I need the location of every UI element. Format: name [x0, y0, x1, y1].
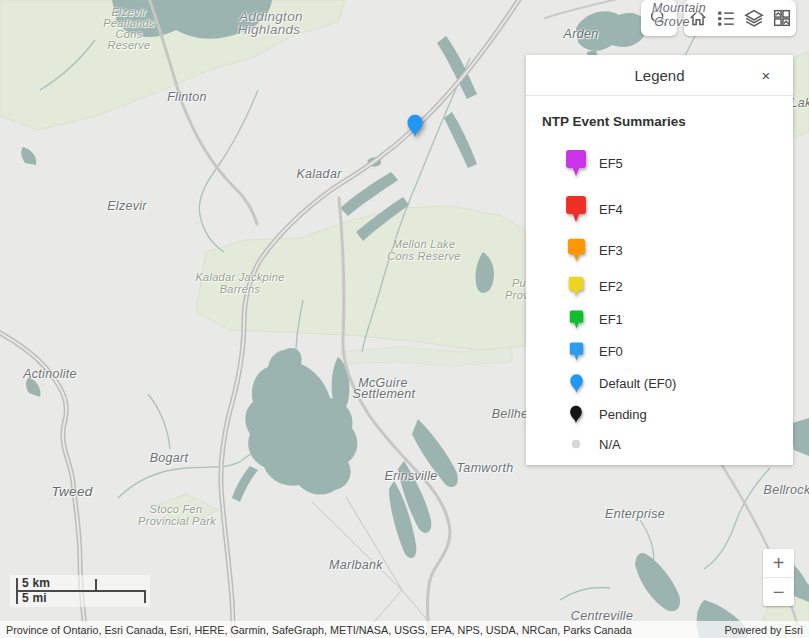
- ef4-square-pin-icon: [564, 195, 588, 223]
- legend-item-label: EF2: [599, 279, 623, 294]
- home-button[interactable]: [684, 0, 712, 36]
- zoom-controls: + −: [763, 549, 794, 606]
- legend-item-ef3: EF3: [526, 231, 793, 269]
- basemap-gallery-icon: [771, 7, 793, 29]
- legend-header: Legend ×: [526, 55, 793, 96]
- search-icon: [648, 7, 670, 29]
- legend-item-label: Pending: [599, 407, 647, 422]
- legend-item-ef2: EF2: [526, 269, 793, 303]
- scalebar-mi-label: 5 mi: [22, 591, 47, 605]
- legend-body: NTP Event Summaries EF5 EF4: [526, 96, 793, 458]
- legend-item-ef5: EF5: [526, 139, 793, 187]
- scalebar: 5 km 5 mi: [10, 575, 150, 607]
- legend-panel: Legend × NTP Event Summaries EF5: [526, 55, 793, 465]
- search-button[interactable]: [645, 0, 673, 36]
- legend-list-icon: [715, 7, 737, 29]
- attribution-bar: Province of Ontario, Esri Canada, Esri, …: [0, 621, 809, 638]
- close-icon[interactable]: ×: [751, 55, 781, 95]
- layers-icon: [743, 7, 765, 29]
- search-button-container: [641, 0, 677, 36]
- ef2-square-pin-icon: [564, 276, 588, 297]
- ef1-square-pin-icon: [564, 310, 588, 329]
- attribution-sources: Province of Ontario, Esri Canada, Esri, …: [6, 624, 632, 636]
- ef3-square-pin-icon: [564, 238, 588, 262]
- legend-item-label: EF4: [599, 202, 623, 217]
- legend-item-label: N/A: [599, 437, 621, 452]
- zoom-in-button[interactable]: +: [763, 549, 794, 577]
- pending-round-pin-icon: [564, 405, 588, 424]
- legend-item-ef4: EF4: [526, 187, 793, 231]
- legend-item-label: EF3: [599, 243, 623, 258]
- map-pin-default-ef0[interactable]: [406, 114, 424, 138]
- ef0-square-pin-icon: [564, 342, 588, 361]
- legend-layer-title: NTP Event Summaries: [542, 114, 793, 129]
- legend-item-label: EF0: [599, 344, 623, 359]
- basemap-button[interactable]: [768, 0, 796, 36]
- legend-item-label: Default (EF0): [599, 376, 676, 391]
- ef5-square-pin-icon: [564, 149, 588, 177]
- legend-button[interactable]: [712, 0, 740, 36]
- legend-panel-title: Legend: [634, 67, 684, 84]
- map-tools-group: [684, 0, 796, 36]
- legend-item-na: N/A: [526, 430, 793, 458]
- layers-button[interactable]: [740, 0, 768, 36]
- scalebar-km-label: 5 km: [22, 576, 50, 590]
- legend-item-ef1: EF1: [526, 303, 793, 335]
- map-application: MountainGroveArdenAddingtonHighlandsElze…: [0, 0, 809, 638]
- na-dot-icon: [564, 439, 588, 449]
- home-icon: [687, 7, 709, 29]
- zoom-out-button[interactable]: −: [763, 578, 794, 606]
- legend-item-default-ef0: Default (EF0): [526, 367, 793, 399]
- legend-item-label: EF1: [599, 312, 623, 327]
- legend-item-ef0: EF0: [526, 335, 793, 367]
- legend-item-pending: Pending: [526, 399, 793, 430]
- legend-item-label: EF5: [599, 156, 623, 171]
- powered-by-esri-link[interactable]: Powered by Esri: [724, 624, 803, 636]
- default-ef0-round-pin-icon: [564, 373, 588, 394]
